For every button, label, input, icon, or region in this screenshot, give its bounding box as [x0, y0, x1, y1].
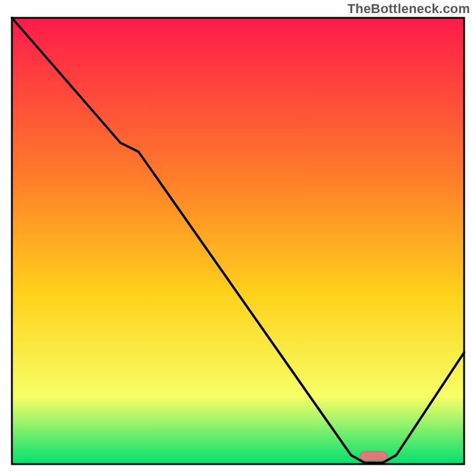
- plot-area: [12, 18, 464, 464]
- attribution-text: TheBottleneck.com: [347, 1, 470, 17]
- gradient-background: [12, 18, 464, 464]
- optimal-range-marker: [360, 452, 387, 461]
